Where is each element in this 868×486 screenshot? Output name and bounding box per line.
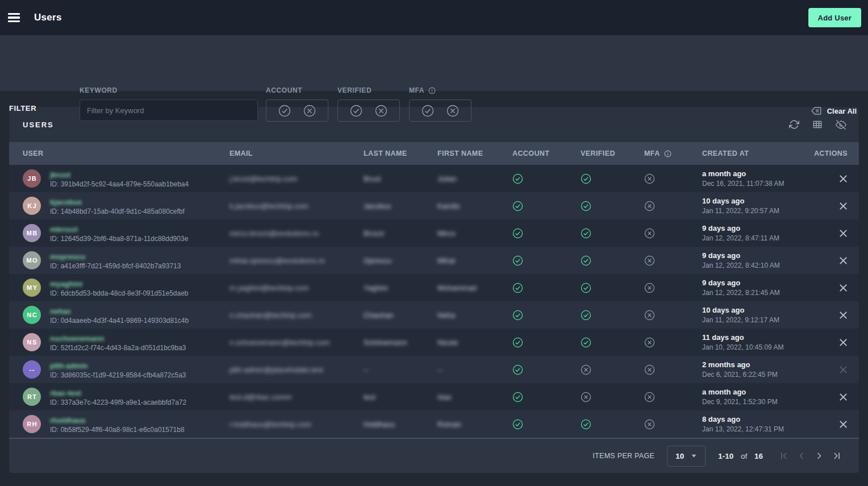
username-link[interactable]: rholdhaus bbox=[50, 417, 86, 424]
account-filter-no-button[interactable] bbox=[303, 105, 316, 117]
column-header-label: EMAIL bbox=[229, 149, 253, 157]
previous-page-button[interactable] bbox=[796, 451, 807, 461]
actions-cell bbox=[802, 284, 848, 292]
delete-user-button[interactable] bbox=[839, 284, 848, 292]
first-name-cell: Mohammad bbox=[437, 284, 512, 292]
verified-filter-yes-button[interactable] bbox=[350, 105, 362, 117]
username-link[interactable]: nschoenemann bbox=[50, 335, 104, 342]
username-link[interactable]: jbrust bbox=[50, 171, 70, 178]
check-circle-icon bbox=[350, 105, 362, 117]
verified-status-icon-check bbox=[581, 228, 644, 239]
account-filter-yes-button[interactable] bbox=[278, 105, 291, 117]
delete-user-button[interactable] bbox=[839, 338, 848, 347]
created-at-cell: 10 days agoJan 11, 2022, 9:20:57 AM bbox=[702, 197, 802, 215]
verified-status-icon-check bbox=[581, 173, 644, 184]
email-cell: j.brust@techtrip.com bbox=[229, 175, 364, 183]
account-toggle-box bbox=[266, 99, 328, 122]
created-relative: 9 days ago bbox=[702, 224, 802, 232]
username-link[interactable]: moprescu bbox=[50, 253, 85, 260]
delete-user-button[interactable] bbox=[839, 256, 848, 265]
delete-user-button[interactable] bbox=[839, 365, 848, 374]
created-relative: 10 days ago bbox=[702, 197, 802, 205]
close-icon bbox=[839, 284, 848, 292]
status-cell bbox=[512, 255, 581, 266]
created-date: Jan 13, 2022, 12:47:31 PM bbox=[702, 425, 802, 433]
keyword-label: KEYWORD bbox=[80, 86, 258, 94]
page-range: 1-10 of 16 bbox=[718, 452, 763, 460]
user-cell: KJkjacobusID: 14b48bd7-15ab-40df-9d1c-48… bbox=[23, 197, 229, 215]
user-cell: MOmoprescuID: a41e3fff-7d21-459d-bfcf-84… bbox=[23, 251, 229, 269]
close-icon bbox=[839, 365, 848, 374]
mfa-status-icon-x bbox=[644, 228, 702, 239]
add-user-button[interactable]: Add User bbox=[808, 8, 861, 27]
account-status-icon-check bbox=[512, 392, 581, 402]
table-row: RHrholdhausID: 0b58f529-4ff6-40a8-98c1-e… bbox=[9, 410, 859, 438]
status-cell bbox=[512, 364, 581, 375]
mfa-status-icon-x bbox=[644, 392, 702, 402]
refresh-button[interactable] bbox=[789, 119, 799, 130]
account-status-icon-check bbox=[512, 283, 581, 293]
mfa-filter-yes-button[interactable] bbox=[422, 105, 434, 117]
column-header-label: CREATED AT bbox=[702, 149, 749, 157]
mfa-status-icon-x bbox=[644, 255, 702, 266]
user-id: ID: 0b58f529-4ff6-40a8-98c1-e6c0a01571b8 bbox=[50, 426, 185, 433]
menu-button[interactable] bbox=[8, 11, 22, 24]
mfa-status-icon-x bbox=[644, 173, 702, 184]
users-card: USERS bbox=[9, 107, 859, 473]
close-icon bbox=[839, 393, 848, 401]
delete-user-button[interactable] bbox=[839, 420, 848, 429]
close-icon bbox=[839, 311, 848, 319]
user-cell: --plth-adminID: 3d86035c-f1d9-4219-8584-… bbox=[23, 360, 229, 379]
actions-cell bbox=[802, 420, 848, 429]
verified-filter-no-button[interactable] bbox=[375, 105, 387, 117]
close-icon bbox=[839, 175, 848, 183]
username-link[interactable]: kjacobus bbox=[50, 198, 82, 206]
username-link[interactable]: mbrozzi bbox=[50, 226, 78, 233]
next-page-button[interactable] bbox=[814, 451, 824, 461]
username-link[interactable]: nehac bbox=[50, 308, 72, 315]
status-cell bbox=[644, 228, 702, 239]
keyword-input[interactable] bbox=[80, 99, 258, 121]
column-header-verified: VERIFIED bbox=[581, 149, 644, 157]
status-cell bbox=[512, 201, 581, 211]
first-page-button[interactable] bbox=[779, 451, 789, 461]
backspace-icon bbox=[810, 105, 823, 117]
delete-user-button[interactable] bbox=[839, 393, 848, 401]
filter-group-label: VERIFIED bbox=[337, 86, 400, 94]
mfa-filter-no-button[interactable] bbox=[446, 105, 459, 117]
mfa-status-icon-x bbox=[644, 364, 702, 375]
created-relative: 10 days ago bbox=[702, 306, 802, 314]
username-link[interactable]: plth-admin bbox=[50, 362, 87, 369]
items-per-page-select[interactable]: 10 bbox=[667, 446, 706, 467]
email-cell: mirco.brozzi@evolutions.ro bbox=[229, 229, 364, 238]
hide-columns-button[interactable] bbox=[836, 119, 846, 130]
delete-user-button[interactable] bbox=[839, 175, 848, 183]
account-status-icon-check bbox=[512, 337, 581, 348]
delete-user-button[interactable] bbox=[839, 202, 848, 210]
clear-all-button[interactable]: Clear All bbox=[810, 105, 857, 117]
filter-bar: FILTER KEYWORD ACCOUNTVERIFIEDMFA Clear … bbox=[0, 35, 868, 91]
chevron-left-icon bbox=[796, 451, 807, 461]
first-name-cell: Julian bbox=[437, 175, 512, 183]
table-grid-icon bbox=[812, 119, 823, 130]
last-page-button[interactable] bbox=[832, 451, 842, 461]
filter-group-account: ACCOUNT bbox=[266, 86, 328, 122]
account-status-icon-check bbox=[512, 255, 581, 266]
table-header-row: USEREMAILLAST NAMEFIRST NAMEACCOUNTVERIF… bbox=[9, 142, 859, 165]
last-name-cell: Jacobus bbox=[364, 202, 437, 210]
created-at-cell: 9 days agoJan 12, 2022, 8:42:10 AM bbox=[702, 251, 802, 269]
user-cell: MBmbrozziID: 12645d39-2bf6-4ba8-871a-11d… bbox=[23, 224, 229, 242]
filter-group-label-text: MFA bbox=[409, 86, 424, 94]
last-name-cell: Schönemann bbox=[364, 338, 437, 347]
status-cell bbox=[581, 364, 644, 375]
avatar: NS bbox=[23, 333, 41, 351]
user-id: ID: 6dcb5d53-bdda-48cd-8e3f-091d51e5daeb bbox=[50, 290, 189, 297]
delete-user-button[interactable] bbox=[839, 311, 848, 319]
avatar: JB bbox=[23, 169, 41, 188]
created-date: Dec 16, 2021, 11:07:38 AM bbox=[702, 180, 802, 188]
email-cell: n.schoenemann@techtrip.com bbox=[229, 338, 364, 347]
columns-button[interactable] bbox=[812, 119, 823, 130]
username-link[interactable]: myaghini bbox=[50, 280, 82, 288]
delete-user-button[interactable] bbox=[839, 229, 848, 238]
username-link[interactable]: rbac-test bbox=[50, 389, 81, 397]
